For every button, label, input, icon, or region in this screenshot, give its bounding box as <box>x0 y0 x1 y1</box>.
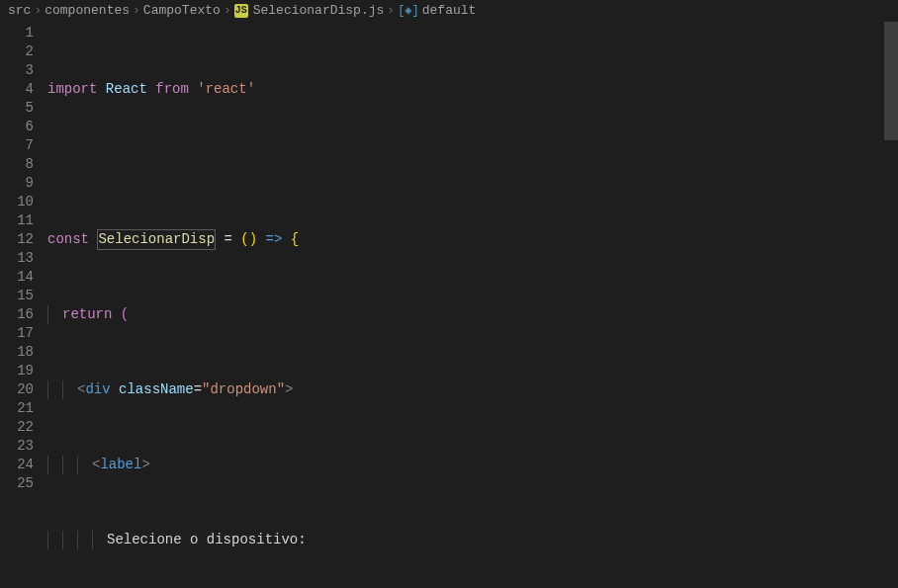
code-area[interactable]: import React from 'react' const Selecion… <box>47 22 898 588</box>
breadcrumb[interactable]: src › componentes › CampoTexto › JS Sele… <box>0 0 898 22</box>
code-line[interactable]: const SelecionarDisp = () => { <box>47 230 898 249</box>
chevron-right-icon: › <box>133 3 140 18</box>
code-line[interactable]: Selecione o dispositivo: <box>47 531 898 549</box>
chevron-right-icon: › <box>34 3 42 18</box>
code-line[interactable]: <label> <box>47 456 898 474</box>
symbol-icon: [◈] <box>398 3 419 18</box>
breadcrumb-item[interactable]: SelecionarDisp.js <box>253 3 385 18</box>
code-line[interactable] <box>47 155 898 174</box>
chevron-right-icon: › <box>387 3 395 18</box>
breadcrumb-item[interactable]: default <box>422 3 477 18</box>
breadcrumb-item[interactable]: componentes <box>45 3 130 18</box>
code-line[interactable]: return ( <box>47 305 898 324</box>
chevron-right-icon: › <box>224 3 231 18</box>
code-line[interactable]: <div className="dropdown"> <box>47 380 898 399</box>
line-numbers: 1 2 3 4 5 6 7 8 9 10 11 12 13 14 15 16 1… <box>0 22 47 588</box>
editor[interactable]: 1 2 3 4 5 6 7 8 9 10 11 12 13 14 15 16 1… <box>0 22 898 588</box>
breadcrumb-item[interactable]: src <box>8 3 31 18</box>
js-file-icon: JS <box>234 4 248 18</box>
breadcrumb-item[interactable]: CampoTexto <box>143 3 221 18</box>
vertical-scrollbar[interactable] <box>884 22 898 588</box>
code-line[interactable]: import React from 'react' <box>47 80 898 99</box>
scrollbar-thumb[interactable] <box>884 22 898 140</box>
